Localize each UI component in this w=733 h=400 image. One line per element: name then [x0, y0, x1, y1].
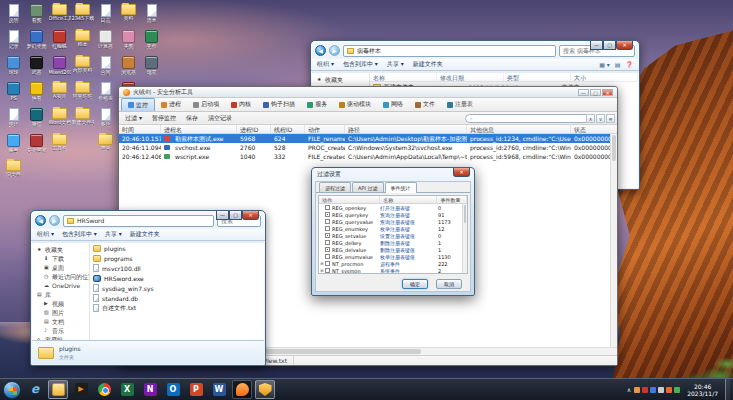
- filter-checkbox[interactable]: [325, 261, 330, 266]
- desktop-icon[interactable]: Office工具: [48, 2, 71, 28]
- desktop-icon[interactable]: 梦幻桌面: [25, 28, 48, 54]
- back-button[interactable]: ◀: [315, 45, 326, 56]
- sidebar-item[interactable]: ▨ 图片: [32, 308, 89, 317]
- column-header[interactable]: 时间: [119, 125, 161, 133]
- hrsword-tab[interactable]: 驱动模块: [333, 98, 377, 111]
- toolbar-item[interactable]: 组织 ▾: [37, 230, 54, 239]
- filter-checkbox[interactable]: [325, 268, 330, 273]
- hrsword-tab[interactable]: 注册表: [441, 98, 479, 111]
- file-row[interactable]: 自述文件.txt: [90, 303, 264, 313]
- file-row[interactable]: msvcr100.dll: [90, 263, 264, 273]
- desktop-icon[interactable]: 2345下载: [71, 2, 94, 28]
- taskbar-app-button[interactable]: [232, 380, 252, 399]
- view-option-icon[interactable]: ❓: [626, 61, 634, 68]
- taskbar-app-button[interactable]: P: [186, 380, 206, 399]
- filter-row[interactable]: REG_querykey 查询注册表键 91: [319, 211, 467, 218]
- sidebar-item[interactable]: ▶ 视频: [32, 299, 89, 308]
- desktop-icon[interactable]: 计算器: [94, 28, 117, 54]
- desktop-icon[interactable]: 安全管家: [25, 132, 48, 158]
- toolbar-item[interactable]: 包含到库中 ▾: [343, 60, 378, 69]
- taskbar-app-button[interactable]: O: [163, 380, 183, 399]
- desktop-icon[interactable]: 备注: [94, 106, 117, 132]
- back-button[interactable]: ◀: [35, 215, 46, 226]
- tray-icon[interactable]: [642, 387, 648, 393]
- close-button[interactable]: ✕: [616, 41, 633, 50]
- filter-row[interactable]: REG_enumvalue 枚举注册表键值 1130: [319, 253, 467, 260]
- close-button[interactable]: ✕: [453, 168, 470, 177]
- desktop-icon[interactable]: 工具包: [48, 132, 71, 158]
- toolbar-item[interactable]: 共享 ▾: [387, 60, 404, 69]
- filter-checkbox[interactable]: [325, 240, 330, 245]
- sidebar-item[interactable]: ◷ 最近访问的位置: [32, 272, 89, 281]
- tray-icon[interactable]: [650, 387, 656, 393]
- address-bar[interactable]: 病毒样本: [343, 45, 556, 57]
- view-option-icon[interactable]: ▤: [615, 61, 621, 68]
- file-row[interactable]: standard.db: [90, 293, 264, 303]
- toolbar-item[interactable]: 共享 ▾: [105, 230, 122, 239]
- filter-row[interactable]: REG_queryvalue 查询注册表键值 1173: [319, 218, 467, 225]
- dialog-tab[interactable]: 进程过滤: [319, 182, 351, 192]
- tray-expand-icon[interactable]: ∧: [627, 386, 631, 393]
- sidebar-item[interactable]: ▤ 文档: [32, 317, 89, 326]
- tray-icon[interactable]: [634, 387, 640, 393]
- sidebar-item[interactable]: ▣ 桌面: [32, 263, 89, 272]
- column-header[interactable]: 修改日期: [437, 73, 504, 82]
- maximize-button[interactable]: ▢: [603, 41, 616, 50]
- search-box[interactable]: ⌕: [465, 114, 595, 123]
- column-header[interactable]: 线程ID: [271, 125, 305, 133]
- toolbar-item[interactable]: 新建文件夹: [130, 230, 160, 239]
- hrsword-tab[interactable]: 文件: [409, 98, 441, 111]
- hrsword-tab[interactable]: 启动项: [187, 98, 225, 111]
- close-button[interactable]: ✕: [242, 211, 259, 220]
- filter-row[interactable]: REG_delvalue 删除注册表键值 1: [319, 246, 467, 253]
- column-header[interactable]: 进程ID: [237, 125, 271, 133]
- search-next-button[interactable]: ∨: [596, 114, 605, 123]
- desktop-icon[interactable]: 看图: [25, 2, 48, 28]
- column-header[interactable]: 其他信息: [467, 125, 571, 133]
- tray-icon[interactable]: [658, 387, 664, 393]
- maximize-button[interactable]: ▢: [229, 211, 242, 220]
- column-header[interactable]: 事件数量: [437, 196, 467, 203]
- hrsword-tab[interactable]: 钩子扫描: [257, 98, 301, 111]
- column-header[interactable]: 路径: [345, 125, 467, 133]
- desktop-icon[interactable]: 合同: [94, 54, 117, 80]
- toolbar-item[interactable]: 组织 ▾: [317, 60, 334, 69]
- desktop-icon[interactable]: 阿里旺旺: [71, 80, 94, 106]
- filter-checkbox[interactable]: [325, 233, 330, 238]
- desktop-icon[interactable]: 浏览器: [117, 54, 140, 80]
- filter-row[interactable]: ⊞ NT_procmon 进程事件 222: [319, 260, 467, 267]
- sidebar-item[interactable]: ☁ OneDrive: [32, 281, 89, 290]
- cancel-button[interactable]: 取消: [436, 279, 462, 289]
- desktop-icon[interactable]: 统计: [2, 106, 25, 132]
- ok-button[interactable]: 确定: [402, 279, 428, 289]
- vertical-scrollbar[interactable]: [610, 134, 617, 347]
- toolbar-item[interactable]: 包含到库中 ▾: [62, 230, 97, 239]
- desktop-icon[interactable]: 新建文件夹: [71, 106, 94, 132]
- taskbar-app-button[interactable]: [94, 380, 114, 399]
- filter-row[interactable]: ⊞ NT_sysmon 系统事件 2: [319, 267, 467, 274]
- menu-button[interactable]: ≡: [606, 114, 615, 123]
- vertical-scrollbar[interactable]: [462, 204, 467, 273]
- desktop-icon[interactable]: 快看: [25, 80, 48, 106]
- taskbar-app-button[interactable]: [48, 380, 68, 399]
- filter-row[interactable]: REG_delkey 删除注册表键 1: [319, 239, 467, 246]
- toolbar-button[interactable]: 暂停监控: [152, 114, 176, 123]
- sidebar-item[interactable]: ★ 收藏夹: [32, 245, 89, 254]
- hrsword-tab[interactable]: 内核: [225, 98, 257, 111]
- filter-checkbox[interactable]: [325, 212, 330, 217]
- desktop-icon[interactable]: 旧文件: [2, 158, 25, 184]
- desktop-icon[interactable]: Word文档: [48, 106, 71, 132]
- desktop-icon[interactable]: 武器: [25, 54, 48, 80]
- maximize-button[interactable]: ▢: [590, 89, 601, 96]
- desktop-icon[interactable]: 微信: [25, 106, 48, 132]
- minimize-button[interactable]: —: [578, 89, 589, 96]
- close-button[interactable]: ✕: [602, 89, 613, 96]
- desktop-icon[interactable]: 价格表: [94, 80, 117, 106]
- sidebar-item[interactable]: ⬇ 下载: [32, 254, 89, 263]
- desktop-icon[interactable]: 资料: [117, 2, 140, 28]
- scrollbar-thumb[interactable]: [464, 205, 466, 223]
- dialog-tab[interactable]: API 过滤: [352, 182, 384, 192]
- search-prev-button[interactable]: ∧: [586, 114, 595, 123]
- column-header[interactable]: 状态: [571, 125, 617, 133]
- desktop-icon[interactable]: 瑞星: [140, 54, 163, 80]
